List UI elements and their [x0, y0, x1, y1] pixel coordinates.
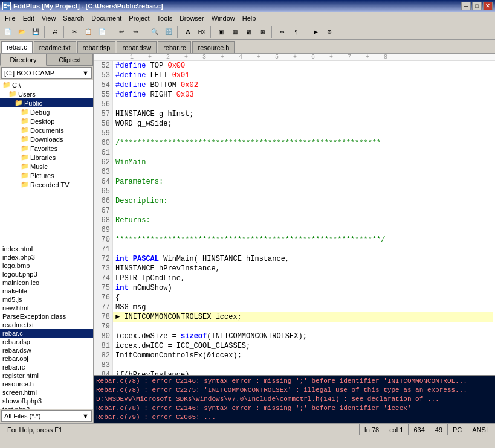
menu-project[interactable]: Project: [125, 13, 153, 23]
menu-file[interactable]: File: [1, 13, 19, 23]
tab-directory[interactable]: Directory: [0, 54, 47, 66]
status-col: col 1: [384, 424, 409, 435]
tree-item[interactable]: 📁 Documents: [0, 126, 93, 135]
tree-item[interactable]: 📁 Public: [0, 98, 93, 107]
line-number: 60: [94, 138, 112, 148]
menu-help[interactable]: Help: [239, 13, 260, 23]
file-item[interactable]: rebar.obj: [0, 354, 93, 363]
file-tab-rebar-rc[interactable]: rebar.rc: [158, 41, 191, 53]
undo-button[interactable]: ↩: [115, 25, 128, 39]
menu-browser[interactable]: Browser: [176, 13, 207, 23]
tree-item[interactable]: 📁 Desktop: [0, 117, 93, 126]
tree-item[interactable]: 📁 Favorites: [0, 144, 93, 153]
tree-item[interactable]: 📁 Recorded TV: [0, 180, 93, 189]
replace-button[interactable]: 🔡: [162, 25, 175, 39]
format-button[interactable]: ¶: [290, 25, 303, 39]
status-ln: In 78: [360, 424, 384, 435]
copy-button[interactable]: 📋: [82, 25, 95, 39]
file-filter-combo[interactable]: All Files (*.*) ▼: [1, 410, 92, 422]
tree-item[interactable]: 📁 Pictures: [0, 171, 93, 180]
drive-combo[interactable]: [C:] BOOTCAMP ▼: [1, 67, 92, 79]
paste-button[interactable]: 📄: [95, 25, 109, 39]
close-button[interactable]: ✕: [483, 2, 493, 10]
code-line: HINSTANCE hPrevInstance,: [115, 264, 493, 274]
code-line: [115, 322, 493, 331]
clip3-button[interactable]: ▩: [242, 25, 256, 39]
file-item[interactable]: index.html: [0, 245, 93, 253]
file-item[interactable]: logo.bmp: [0, 261, 93, 270]
line-number: 77: [94, 302, 112, 312]
file-item[interactable]: resource.h: [0, 380, 93, 388]
clip2-button[interactable]: ▦: [228, 25, 242, 39]
code-content[interactable]: #define TOP 0x00#define LEFT 0x01#define…: [113, 61, 495, 375]
file-item[interactable]: rebar.dsp: [0, 338, 93, 346]
redo-button[interactable]: ↪: [129, 25, 142, 39]
file-item[interactable]: ParseException.class: [0, 312, 93, 321]
line-number: 54: [94, 80, 112, 90]
file-item[interactable]: makefile: [0, 287, 93, 295]
file-tab-rebar-c[interactable]: rebar.c: [1, 41, 33, 53]
file-item[interactable]: register.html: [0, 371, 93, 380]
directory-tree[interactable]: 📁 C:\📁 Users📁 Public📁 Debug📁 Desktop📁 Do…: [0, 80, 93, 245]
tree-item[interactable]: 📁 Downloads: [0, 135, 93, 144]
maximize-button[interactable]: □: [472, 2, 482, 10]
font-button[interactable]: A: [181, 25, 195, 39]
hex-button[interactable]: HX: [195, 25, 209, 39]
find-button[interactable]: 🔍: [148, 25, 161, 39]
print-button[interactable]: 🖨: [48, 25, 62, 39]
file-item[interactable]: test.php3: [0, 405, 93, 409]
tree-item[interactable]: 📁 Music: [0, 162, 93, 171]
main-area: Directory Cliptext [C:] BOOTCAMP ▼ 📁 C:\…: [0, 54, 495, 423]
menu-tools[interactable]: Tools: [154, 13, 176, 23]
build-button[interactable]: ⚙: [323, 25, 336, 39]
code-line: /***************************************…: [115, 138, 493, 148]
code-line: [115, 167, 493, 177]
tree-item[interactable]: 📁 C:\: [0, 80, 93, 89]
file-item[interactable]: screen.html: [0, 388, 93, 397]
menu-document[interactable]: Document: [88, 13, 125, 23]
tree-item[interactable]: 📁 Libraries: [0, 153, 93, 162]
tab-cliptext[interactable]: Cliptext: [47, 54, 93, 66]
tree-item[interactable]: 📁 Debug: [0, 107, 93, 117]
title-controls[interactable]: ─ □ ✕: [461, 2, 493, 10]
sidebar: Directory Cliptext [C:] BOOTCAMP ▼ 📁 C:\…: [0, 54, 94, 423]
file-item[interactable]: index.php3: [0, 253, 93, 261]
file-item[interactable]: mainicon.ico: [0, 278, 93, 287]
menu-edit[interactable]: Edit: [19, 13, 38, 23]
file-item[interactable]: showoff.php3: [0, 397, 93, 405]
code-line: Description:: [115, 196, 493, 206]
save-button[interactable]: 💾: [29, 25, 42, 39]
file-tab-rebar-dsp[interactable]: rebar.dsp: [77, 41, 116, 53]
file-item[interactable]: logout.php3: [0, 270, 93, 278]
line-number: 70: [94, 235, 112, 245]
file-item[interactable]: rebar.c: [0, 329, 93, 338]
file-item[interactable]: md5.js: [0, 295, 93, 304]
minimize-button[interactable]: ─: [461, 2, 471, 10]
file-tab-readme-txt[interactable]: readme.txt: [34, 41, 76, 53]
file-item[interactable]: rebar.dsw: [0, 346, 93, 354]
file-item[interactable]: rebar.rc: [0, 363, 93, 371]
clip4-button[interactable]: ⊞: [256, 25, 270, 39]
run-button[interactable]: ▶: [309, 25, 322, 39]
menu-search[interactable]: Search: [59, 13, 88, 23]
menu-view[interactable]: View: [38, 13, 60, 23]
open-button[interactable]: 📂: [15, 25, 28, 39]
code-editor[interactable]: 5253545556575859606162636465666768697071…: [94, 61, 495, 375]
file-item[interactable]: new.html: [0, 304, 93, 312]
wrap-button[interactable]: ⇔: [276, 25, 289, 39]
menu-window[interactable]: Window: [208, 13, 239, 23]
line-number: 74: [94, 274, 112, 283]
code-line: MSG msg: [115, 302, 493, 312]
tree-item[interactable]: 📁 Users: [0, 89, 93, 98]
code-line: #define LEFT 0x01: [115, 71, 493, 80]
clip1-button[interactable]: ▣: [215, 25, 228, 39]
file-item[interactable]: readme.txt: [0, 321, 93, 329]
file-tab-rebar-dsw[interactable]: rebar.dsw: [117, 41, 157, 53]
line-number: 76: [94, 293, 112, 302]
file-list[interactable]: index.htmlindex.php3logo.bmplogout.php3m…: [0, 245, 93, 409]
file-tab-resource-h[interactable]: resource.h: [192, 41, 235, 53]
cut-button[interactable]: ✂: [68, 25, 81, 39]
line-number: 63: [94, 167, 112, 177]
code-line: WORD g_wSide;: [115, 119, 493, 129]
new-button[interactable]: 📄: [1, 25, 15, 39]
